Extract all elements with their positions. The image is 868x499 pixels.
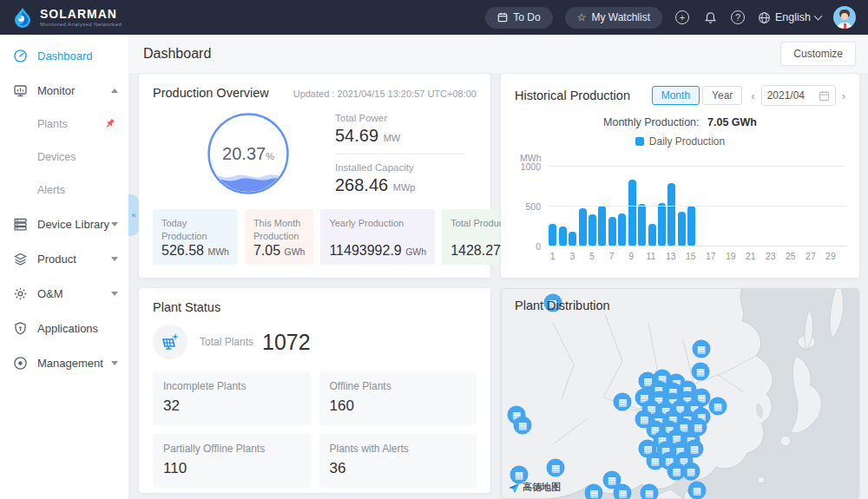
- sidebar-item-monitor[interactable]: Monitor: [0, 73, 128, 108]
- sidebar-item-management[interactable]: Management: [0, 345, 128, 380]
- bar[interactable]: [687, 206, 695, 246]
- bar-day-4[interactable]: [577, 167, 587, 246]
- plant-cluster-marker[interactable]: ▦: [692, 340, 710, 358]
- plant-cluster-marker[interactable]: ▦: [514, 416, 532, 434]
- next-period-button[interactable]: ›: [842, 89, 845, 102]
- bar-day-3[interactable]: [568, 167, 577, 246]
- bar[interactable]: [648, 224, 656, 246]
- sidebar-item-product[interactable]: Product: [0, 241, 128, 276]
- bar-day-7[interactable]: [608, 167, 617, 246]
- bar[interactable]: [618, 213, 626, 246]
- chevron-down-icon: [111, 222, 118, 227]
- map[interactable]: Plant Distribution: [501, 288, 859, 499]
- bar-day-23[interactable]: [766, 167, 776, 246]
- my-watchlist-button[interactable]: ☆ My Watchlist: [565, 7, 662, 29]
- plant-cluster-marker[interactable]: ▦: [681, 463, 700, 481]
- sidebar-subitem-alerts[interactable]: Alerts: [0, 174, 128, 207]
- bar-day-25[interactable]: [786, 167, 796, 246]
- help-button[interactable]: ?: [730, 10, 746, 25]
- add-button[interactable]: +: [674, 10, 690, 25]
- plant-cluster-marker[interactable]: ▦: [585, 483, 603, 499]
- bar[interactable]: [549, 224, 556, 246]
- todo-button[interactable]: To Do: [485, 7, 552, 29]
- bar-day-19[interactable]: [727, 167, 736, 246]
- status-plants-with-alerts[interactable]: Plants with Alerts36: [319, 434, 477, 488]
- status-partially-offline-plants[interactable]: Partially Offline Plants110: [153, 434, 311, 488]
- status-incomplete-plants[interactable]: Incomplete Plants32: [153, 371, 311, 425]
- sidebar: DashboardMonitorPlantsDevicesAlertsDevic…: [0, 35, 128, 499]
- bar-day-17[interactable]: [707, 167, 716, 246]
- plant-cluster-marker[interactable]: ▦: [687, 482, 706, 499]
- sidebar-item-o-m[interactable]: O&M: [0, 276, 128, 311]
- bar-day-15[interactable]: [687, 167, 696, 246]
- x-tick-label: [696, 251, 706, 261]
- bar-day-16[interactable]: [697, 167, 707, 246]
- sidebar-subitem-devices[interactable]: Devices: [0, 141, 128, 174]
- sidebar-item-dashboard[interactable]: Dashboard: [0, 38, 128, 73]
- total-plants-value: 1072: [262, 330, 311, 355]
- sidebar-item-device-library[interactable]: Device Library: [0, 207, 128, 241]
- toggle-month-button[interactable]: Month: [652, 86, 700, 105]
- bar[interactable]: [589, 214, 596, 246]
- bar-day-27[interactable]: [806, 167, 815, 246]
- customize-button[interactable]: Customize: [780, 42, 856, 66]
- collapse-sidebar-handle[interactable]: «: [128, 194, 139, 236]
- notifications-button[interactable]: [702, 10, 718, 25]
- bar[interactable]: [559, 227, 567, 246]
- bar-day-24[interactable]: [776, 167, 786, 246]
- plant-cluster-marker[interactable]: ▦: [614, 483, 632, 499]
- bar[interactable]: [579, 208, 587, 246]
- bar-day-22[interactable]: [756, 167, 766, 246]
- plant-cluster-marker[interactable]: ▦: [692, 362, 710, 380]
- pushpin-icon[interactable]: [104, 117, 116, 132]
- bar-day-8[interactable]: [617, 167, 627, 246]
- sidebar-subitem-plants[interactable]: Plants: [0, 108, 128, 141]
- total-plants-icon-wrap: [153, 325, 187, 359]
- bar-day-26[interactable]: [796, 167, 806, 246]
- bar-day-29[interactable]: [825, 167, 835, 246]
- x-tick-label: 27: [806, 251, 816, 261]
- bar-day-5[interactable]: [588, 167, 597, 246]
- bar-day-14[interactable]: [677, 167, 687, 246]
- plant-cluster-marker[interactable]: ▦: [547, 458, 565, 476]
- plant-cluster-marker[interactable]: ▦: [640, 483, 658, 499]
- x-tick-label: [716, 251, 726, 261]
- bar-day-21[interactable]: [746, 167, 756, 246]
- bar-day-2[interactable]: [557, 167, 567, 246]
- x-tick-label: 7: [607, 251, 616, 261]
- bar[interactable]: [569, 232, 576, 246]
- bar-day-10[interactable]: [637, 167, 647, 246]
- bar-day-13[interactable]: [667, 167, 676, 246]
- sidebar-item-applications[interactable]: Applications: [0, 311, 128, 345]
- toggle-year-button[interactable]: Year: [702, 86, 742, 105]
- y-axis-unit: MWh: [520, 153, 845, 163]
- bar-day-12[interactable]: [657, 167, 667, 246]
- bar[interactable]: [658, 203, 666, 246]
- date-picker[interactable]: 2021/04: [761, 85, 836, 106]
- bar[interactable]: [678, 212, 686, 246]
- updated-timestamp: Updated : 2021/04/15 13:20:57 UTC+08:00: [293, 89, 477, 99]
- prev-period-button[interactable]: ‹: [751, 89, 754, 102]
- bar-day-20[interactable]: [736, 167, 746, 246]
- bar[interactable]: [638, 204, 646, 246]
- bar-day-11[interactable]: [647, 167, 656, 246]
- user-avatar[interactable]: [833, 6, 856, 29]
- bar-day-18[interactable]: [716, 167, 726, 246]
- language-selector[interactable]: English: [758, 11, 821, 24]
- bar[interactable]: [628, 180, 636, 246]
- bar[interactable]: [598, 206, 606, 246]
- bar-day-6[interactable]: [597, 167, 607, 246]
- brand[interactable]: SOLARMAN Monitored Analysed Networked: [0, 7, 128, 28]
- bar-day-9[interactable]: [628, 167, 637, 246]
- map-attribution-text: 高德地图: [523, 481, 561, 494]
- gauge-percent-sign: %: [266, 151, 274, 161]
- bar[interactable]: [667, 183, 675, 246]
- status-offline-plants[interactable]: Offline Plants160: [319, 371, 477, 425]
- bar-day-28[interactable]: [816, 167, 825, 246]
- bar[interactable]: [608, 217, 616, 247]
- bar-day-30[interactable]: [836, 167, 845, 246]
- stat-value: 7.05 GWh: [253, 243, 306, 259]
- plant-cluster-marker[interactable]: ▦: [708, 397, 727, 416]
- bar-day-1[interactable]: [548, 167, 557, 246]
- plant-cluster-marker[interactable]: ▦: [614, 393, 632, 411]
